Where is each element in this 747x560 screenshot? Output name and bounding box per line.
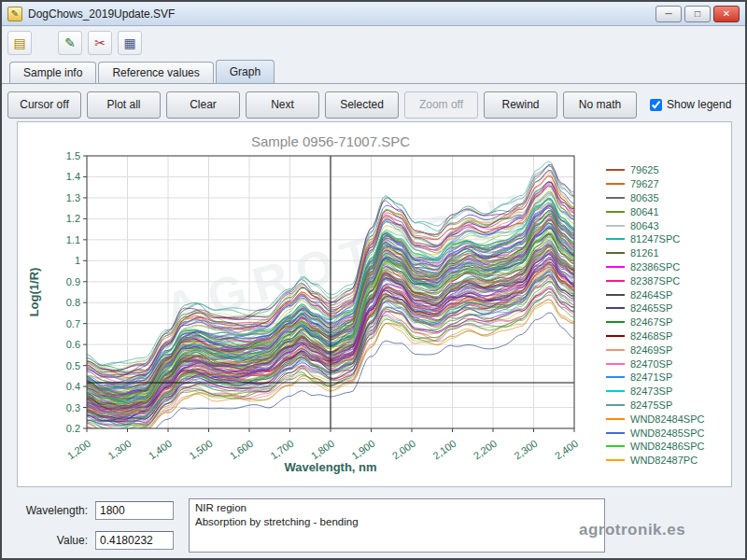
svg-text:2,000: 2,000 xyxy=(390,438,417,462)
legend-item: 80643 xyxy=(606,218,729,232)
svg-text:2,300: 2,300 xyxy=(512,438,539,462)
legend-line-swatch xyxy=(606,404,625,406)
selected-button[interactable]: Selected xyxy=(325,91,399,119)
svg-text:1.5: 1.5 xyxy=(66,150,80,161)
legend-line-swatch xyxy=(606,445,625,447)
legend-item: 82470SP xyxy=(606,357,729,371)
clear-button[interactable]: Clear xyxy=(166,91,240,119)
status-area: Wavelength: Value: NIR region Absorption… xyxy=(2,487,745,558)
svg-text:1.1: 1.1 xyxy=(66,234,80,245)
svg-text:1.4: 1.4 xyxy=(66,171,80,182)
close-button[interactable]: ✕ xyxy=(713,6,740,22)
legend-item: 82469SP xyxy=(606,343,729,357)
wavelength-input[interactable] xyxy=(95,501,174,520)
svg-text:1,900: 1,900 xyxy=(349,438,376,462)
tab-label: Reference values xyxy=(112,66,199,79)
show-legend-toggle[interactable]: Show legend xyxy=(650,98,731,111)
svg-text:2,200: 2,200 xyxy=(472,438,499,462)
svg-text:1,200: 1,200 xyxy=(65,438,92,462)
legend-item: WND82486SPC xyxy=(606,440,729,454)
legend-line-swatch xyxy=(606,211,625,213)
legend-label: 79627 xyxy=(630,178,659,189)
legend-item: 80641 xyxy=(606,204,729,218)
legend-item: WND82485SPC xyxy=(606,426,729,440)
legend-label: 82465SP xyxy=(630,302,672,314)
tab-reference-values[interactable]: Reference values xyxy=(98,62,213,83)
legend-label: 82475SP xyxy=(630,399,672,411)
value-input[interactable] xyxy=(95,531,174,550)
svg-text:1,700: 1,700 xyxy=(268,438,295,462)
legend-item: 80635 xyxy=(606,191,729,205)
svg-text:1,400: 1,400 xyxy=(147,438,174,462)
legend-item: 82471SP xyxy=(606,371,729,385)
legend-item: 82465SP xyxy=(606,301,729,315)
legend-label: 82471SP xyxy=(630,371,672,383)
legend-label: 82467SP xyxy=(630,316,672,328)
minimize-button[interactable]: ─ xyxy=(655,6,682,22)
legend-line-swatch xyxy=(606,183,625,185)
legend-line-swatch xyxy=(606,363,625,365)
legend-line-swatch xyxy=(606,418,625,420)
svg-text:0.8: 0.8 xyxy=(66,297,80,308)
legend-label: 80641 xyxy=(630,206,659,217)
legend-item: 82387SPC xyxy=(606,273,729,287)
show-legend-label: Show legend xyxy=(667,98,731,111)
legend-line-swatch xyxy=(606,266,625,268)
legend-item: 82475SP xyxy=(606,399,729,413)
cut-values-icon[interactable]: ✂ xyxy=(88,31,112,55)
region-info-box[interactable]: NIR region Absorption by stretching - be… xyxy=(189,498,605,553)
legend-label: 82386SPC xyxy=(630,261,680,273)
tab-strip: Sample info Reference values Graph xyxy=(2,59,745,84)
legend-label: WND82486SPC xyxy=(630,441,704,452)
legend-line-swatch xyxy=(606,390,625,392)
legend-item: 82467SP xyxy=(606,315,729,329)
svg-text:1.3: 1.3 xyxy=(66,192,80,203)
tab-label: Sample info xyxy=(23,66,82,79)
titlebar: ✎ DogChows_2019Update.SVF ─ □ ✕ xyxy=(2,2,745,26)
legend-label: WND82484SPC xyxy=(630,413,704,425)
tab-sample-info[interactable]: Sample info xyxy=(9,62,96,83)
legend-label: 82387SPC xyxy=(630,275,680,287)
legend-item: 81261 xyxy=(606,246,729,260)
region-info-line1: NIR region xyxy=(195,501,599,515)
svg-text:0.9: 0.9 xyxy=(66,276,80,287)
legend-item: WND82484SPC xyxy=(606,412,729,426)
tab-graph[interactable]: Graph xyxy=(216,60,275,83)
svg-text:0.7: 0.7 xyxy=(66,318,80,329)
show-legend-checkbox[interactable] xyxy=(650,99,662,111)
maximize-button[interactable]: □ xyxy=(684,6,711,22)
cursor-off-button[interactable]: Cursor off xyxy=(7,91,81,119)
svg-text:1,500: 1,500 xyxy=(187,438,214,462)
legend-line-swatch xyxy=(606,432,625,434)
wavelength-label: Wavelength: xyxy=(15,504,88,517)
legend-line-swatch xyxy=(606,307,625,309)
window-title: DogChows_2019Update.SVF xyxy=(28,7,175,21)
edit-values-icon[interactable]: ✎ xyxy=(58,31,82,55)
svg-text:0.5: 0.5 xyxy=(66,360,80,371)
table-icon[interactable]: ▦ xyxy=(118,31,142,55)
legend-label: WND82485SPC xyxy=(630,427,704,439)
tab-label: Graph xyxy=(230,65,261,78)
legend-line-swatch xyxy=(606,252,625,254)
legend-label: 80635 xyxy=(630,192,659,203)
legend-line-swatch xyxy=(606,169,625,171)
svg-text:1: 1 xyxy=(75,255,80,266)
legend-label: 82470SP xyxy=(630,358,672,370)
legend-label: 80643 xyxy=(630,220,659,231)
legend-line-swatch xyxy=(606,349,625,351)
next-button[interactable]: Next xyxy=(246,91,319,119)
plot-all-button[interactable]: Plot all xyxy=(87,91,161,119)
legend-item: 82468SP xyxy=(606,329,729,343)
legend-line-swatch xyxy=(606,294,625,296)
legend-line-swatch xyxy=(606,280,625,282)
legend-label: 81261 xyxy=(630,247,659,259)
svg-text:2,100: 2,100 xyxy=(430,438,458,462)
region-info-line2: Absorption by stretching - bending xyxy=(195,515,599,529)
svg-text:0.3: 0.3 xyxy=(66,402,80,413)
save-sample-icon[interactable]: ▤ xyxy=(7,31,32,55)
no-math-button[interactable]: No math xyxy=(563,91,637,119)
legend-label: 82464SP xyxy=(630,289,672,301)
rewind-button[interactable]: Rewind xyxy=(484,91,557,119)
legend-line-swatch xyxy=(606,197,625,199)
legend-label: WND82487PC xyxy=(630,455,698,466)
